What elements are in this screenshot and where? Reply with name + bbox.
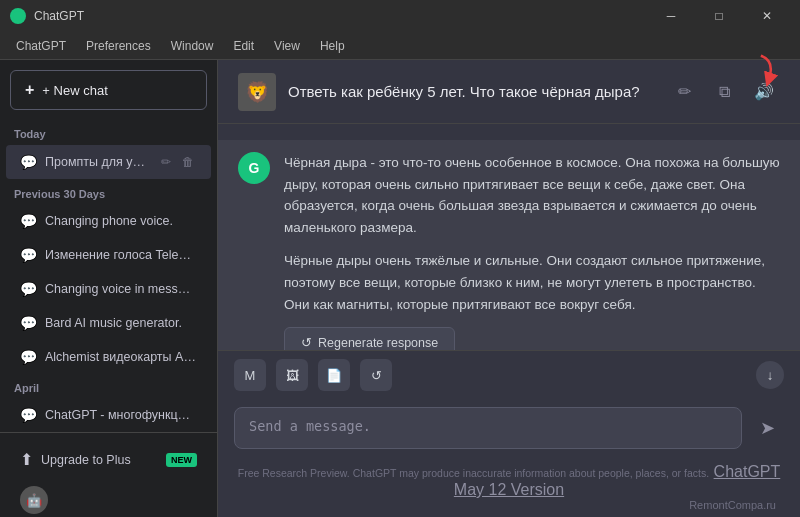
- sidebar-item-prev30-4[interactable]: 💬 Alchemist видеокарты Arc 3.: [6, 341, 211, 373]
- menu-chatgpt[interactable]: ChatGPT: [8, 36, 74, 56]
- toolbar-doc-btn[interactable]: 📄: [318, 359, 350, 391]
- chat-icon-0: 💬: [20, 213, 37, 229]
- doc-icon: 📄: [326, 368, 342, 383]
- april-section-label: April: [0, 374, 217, 398]
- message-content-1: Чёрная дыра - это что-то очень особенное…: [284, 152, 780, 350]
- sidebar: + + New chat Today 💬 Промпты для умных б…: [0, 60, 218, 517]
- sidebar-item-text-5: ChatGPT - многофункциона...: [45, 408, 197, 422]
- close-button[interactable]: ✕: [744, 0, 790, 32]
- menu-view[interactable]: View: [266, 36, 308, 56]
- new-chat-button[interactable]: + + New chat: [10, 70, 207, 110]
- chat-header-avatar: 🦁: [238, 73, 276, 111]
- chat-header: 🦁 Ответь как ребёнку 5 лет. Что такое чё…: [218, 60, 800, 124]
- input-row: ➤: [218, 399, 800, 459]
- sidebar-item-text-2: Changing voice in messaging.: [45, 282, 197, 296]
- watermark: RemontCompa.ru: [234, 499, 784, 511]
- chat-header-title: Ответь как ребёнку 5 лет. Что такое чёрн…: [288, 83, 656, 100]
- chat-icon: 💬: [20, 154, 37, 170]
- delete-icon[interactable]: 🗑: [179, 153, 197, 171]
- sidebar-item-icons: ✏ 🗑: [157, 153, 197, 171]
- new-chat-label: + New chat: [42, 83, 107, 98]
- assistant-message-1: G Чёрная дыра - это что-то очень особенн…: [218, 140, 800, 350]
- sidebar-item-april-0[interactable]: 💬 ChatGPT - многофункциона...: [6, 399, 211, 431]
- chat-footer: Free Research Preview. ChatGPT may produ…: [218, 459, 800, 517]
- chat-area: 🦁 Ответь как ребёнку 5 лет. Что такое чё…: [218, 60, 800, 517]
- maximize-button[interactable]: □: [696, 0, 742, 32]
- upgrade-icon: ⬆: [20, 450, 33, 469]
- chat-icon-2: 💬: [20, 281, 37, 297]
- user-profile-item[interactable]: 🤖: [6, 478, 211, 517]
- toolbar-refresh-btn[interactable]: ↺: [360, 359, 392, 391]
- main-layout: + + New chat Today 💬 Промпты для умных б…: [0, 60, 800, 517]
- copy-icon: ⧉: [719, 83, 730, 101]
- toolbar-row: M 🖼 📄 ↺ ↓: [218, 350, 800, 399]
- chat-messages: G Чёрная дыра - это что-то очень особенн…: [218, 124, 800, 350]
- chat-icon-4: 💬: [20, 349, 37, 365]
- assistant-avatar: G: [238, 152, 270, 184]
- app-icon: [10, 8, 26, 24]
- title-bar: ChatGPT ─ □ ✕: [0, 0, 800, 32]
- sidebar-item-text-3: Bard AI music generator.: [45, 316, 197, 330]
- menu-window[interactable]: Window: [163, 36, 222, 56]
- copy-message-button[interactable]: ⧉: [708, 76, 740, 108]
- toolbar-image-btn[interactable]: 🖼: [276, 359, 308, 391]
- message-input[interactable]: [234, 407, 742, 449]
- avatar: 🤖: [20, 486, 48, 514]
- sidebar-item-prev30-2[interactable]: 💬 Changing voice in messaging.: [6, 273, 211, 305]
- today-section-label: Today: [0, 120, 217, 144]
- send-icon: ➤: [760, 417, 775, 439]
- toolbar-markdown-btn[interactable]: M: [234, 359, 266, 391]
- footer-text: Free Research Preview. ChatGPT may produ…: [238, 467, 709, 479]
- message-paragraph-1: Чёрная дыра - это что-то очень особенное…: [284, 152, 780, 238]
- menu-help[interactable]: Help: [312, 36, 353, 56]
- upgrade-to-plus-item[interactable]: ⬆ Upgrade to Plus NEW: [6, 442, 211, 477]
- edit-icon: ✏: [678, 82, 691, 101]
- chat-icon-1: 💬: [20, 247, 37, 263]
- sidebar-item-text: Промпты для умных б: [45, 155, 149, 169]
- sidebar-item-prev30-1[interactable]: 💬 Изменение голоса Telegram.: [6, 239, 211, 271]
- sidebar-item-text-0: Changing phone voice.: [45, 214, 197, 228]
- sidebar-item-text-4: Alchemist видеокарты Arc 3.: [45, 350, 197, 364]
- regenerate-label: Regenerate response: [318, 336, 438, 350]
- chat-icon-5: 💬: [20, 407, 37, 423]
- image-icon: 🖼: [286, 368, 299, 383]
- audio-button[interactable]: 🔊: [748, 76, 780, 108]
- header-avatar-icon: 🦁: [245, 80, 270, 104]
- chat-header-actions: ✏ ⧉ 🔊: [668, 76, 780, 108]
- sidebar-item-prev30-0[interactable]: 💬 Changing phone voice.: [6, 205, 211, 237]
- regenerate-icon: ↺: [301, 335, 312, 350]
- new-badge: NEW: [166, 453, 197, 467]
- minimize-button[interactable]: ─: [648, 0, 694, 32]
- user-icon: 🤖: [26, 493, 42, 508]
- menu-preferences[interactable]: Preferences: [78, 36, 159, 56]
- message-paragraph-2: Чёрные дыры очень тяжёлые и сильные. Они…: [284, 250, 780, 315]
- sidebar-item-prev30-3[interactable]: 💬 Bard AI music generator.: [6, 307, 211, 339]
- edit-icon[interactable]: ✏: [157, 153, 175, 171]
- title-bar-title: ChatGPT: [34, 9, 84, 23]
- scroll-down-button[interactable]: ↓: [756, 361, 784, 389]
- sidebar-item-today-0[interactable]: 💬 Промпты для умных б ✏ 🗑: [6, 145, 211, 179]
- chevron-down-icon: ↓: [767, 368, 774, 383]
- plus-icon: +: [25, 81, 34, 99]
- markdown-icon: M: [245, 368, 256, 383]
- svg-point-0: [13, 11, 23, 21]
- window-controls: ─ □ ✕: [648, 0, 790, 32]
- regenerate-button[interactable]: ↺ Regenerate response: [284, 327, 455, 350]
- sidebar-item-text-1: Изменение голоса Telegram.: [45, 248, 197, 262]
- prev30-section-label: Previous 30 Days: [0, 180, 217, 204]
- menu-edit[interactable]: Edit: [225, 36, 262, 56]
- chat-icon-3: 💬: [20, 315, 37, 331]
- edit-message-button[interactable]: ✏: [668, 76, 700, 108]
- title-bar-left: ChatGPT: [10, 8, 84, 24]
- send-button[interactable]: ➤: [750, 411, 784, 445]
- audio-icon: 🔊: [754, 82, 774, 101]
- menu-bar: ChatGPT Preferences Window Edit View Hel…: [0, 32, 800, 60]
- refresh-icon: ↺: [371, 368, 382, 383]
- upgrade-label: Upgrade to Plus: [41, 453, 131, 467]
- sidebar-bottom: ⬆ Upgrade to Plus NEW 🤖: [0, 432, 217, 517]
